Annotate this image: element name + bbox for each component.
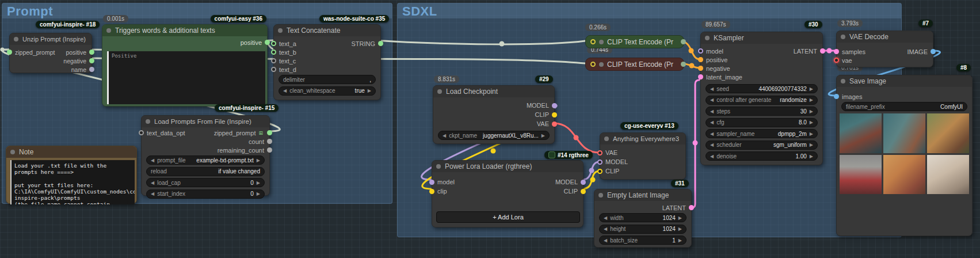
node-vae-decode[interactable]: VAE Decode samples IMAGE vae xyxy=(836,31,933,67)
output-image-thumbnail[interactable] xyxy=(883,113,925,153)
increment-arrow-icon[interactable] xyxy=(678,238,682,243)
node-title-bar[interactable]: Anything Everywhere3 xyxy=(600,133,685,145)
node-note[interactable]: Note Load your .txt file with the prompt… xyxy=(6,146,137,204)
output-image-thumbnail[interactable] xyxy=(927,155,969,195)
widget-seed[interactable]: seed440069200774332 xyxy=(706,84,818,93)
decrement-arrow-icon[interactable] xyxy=(710,97,714,103)
input-latent-image[interactable]: latent_image xyxy=(707,74,742,81)
collapse-toggle-icon[interactable] xyxy=(590,62,596,67)
input-text-b[interactable]: text_b xyxy=(280,49,296,56)
node-title-bar[interactable]: Power Lora Loader (rgthree) xyxy=(432,161,583,172)
output-image[interactable]: IMAGE xyxy=(907,48,927,55)
node-clip-text-encode-negative[interactable]: CLIP Text Encode (Pr xyxy=(585,58,684,71)
increment-arrow-icon[interactable] xyxy=(810,154,813,159)
input-text-data-opt[interactable]: text_data_opt xyxy=(147,130,185,136)
widget-steps[interactable]: steps30 xyxy=(706,107,818,116)
widget-ckpt-name[interactable]: ckpt_namejuggernautXL_v8Ru... xyxy=(438,131,550,140)
output-positive[interactable]: positive xyxy=(241,39,261,46)
node-empty-latent-image[interactable]: Empty Latent Image LATENT width1024 heig… xyxy=(594,189,692,248)
node-load-checkpoint[interactable]: Load Checkpoint MODEL CLIP VAE ckpt_name… xyxy=(433,85,555,144)
output-image-thumbnail[interactable] xyxy=(927,113,969,153)
group-sdxl-header[interactable] xyxy=(398,3,901,18)
node-anything-everywhere3[interactable]: Anything Everywhere3 VAE MODEL CLIP xyxy=(600,132,686,180)
input-model[interactable]: model xyxy=(707,48,723,55)
node-title-bar[interactable]: Note xyxy=(6,146,136,158)
collapse-dot-icon[interactable] xyxy=(598,193,603,198)
widget-denoise[interactable]: denoise1.00 xyxy=(706,151,818,161)
node-triggers-words[interactable]: Triggers words & additional texts positi… xyxy=(102,24,268,107)
input-positive[interactable]: positive xyxy=(707,56,727,63)
node-title-bar[interactable]: Triggers words & additional texts xyxy=(102,25,267,36)
increment-arrow-icon[interactable] xyxy=(810,142,813,147)
widget-width[interactable]: width1024 xyxy=(599,213,687,222)
input-vae[interactable]: VAE xyxy=(606,149,617,156)
decrement-arrow-icon[interactable] xyxy=(151,191,154,196)
collapse-dot-icon[interactable] xyxy=(146,119,150,124)
node-unzip-prompt[interactable]: Unzip Prompt (Inspire) zipped_prompt pos… xyxy=(9,33,92,73)
increment-arrow-icon[interactable] xyxy=(810,120,813,125)
increment-arrow-icon[interactable] xyxy=(257,191,260,196)
note-text[interactable]: Load your .txt file with the prompts her… xyxy=(10,160,135,204)
node-title-bar[interactable]: Empty Latent Image xyxy=(594,189,691,201)
output-image-thumbnail[interactable] xyxy=(883,155,925,195)
collapse-dot-icon[interactable] xyxy=(437,89,442,94)
output-conditioning[interactable] xyxy=(681,39,686,44)
increment-arrow-icon[interactable] xyxy=(257,158,260,163)
output-string[interactable]: STRING xyxy=(351,40,375,47)
decrement-arrow-icon[interactable] xyxy=(151,158,154,163)
input-text-d[interactable]: text_d xyxy=(280,66,296,73)
add-lora-button[interactable]: + Add Lora xyxy=(436,211,580,223)
collapse-toggle-icon[interactable] xyxy=(590,39,596,44)
increment-arrow-icon[interactable] xyxy=(542,133,545,138)
input-vae[interactable]: vae xyxy=(842,57,852,64)
output-image-thumbnail[interactable] xyxy=(840,155,882,195)
increment-arrow-icon[interactable] xyxy=(678,215,682,221)
widget-delimiter[interactable]: delimiter, xyxy=(279,75,376,84)
output-model[interactable]: MODEL xyxy=(527,102,548,109)
input-text-a[interactable]: text_a xyxy=(280,40,296,47)
widget-height[interactable]: height1024 xyxy=(599,225,687,234)
widget-clean-whitespace[interactable]: clean_whitespacetrue xyxy=(279,86,376,96)
node-title-bar[interactable]: Save Image xyxy=(837,75,972,87)
widget-cfg[interactable]: cfg8.0 xyxy=(706,118,818,127)
node-title-bar[interactable]: Load Prompts From File (Inspire) xyxy=(142,116,269,127)
decrement-arrow-icon[interactable] xyxy=(604,238,607,243)
widget-load-cap[interactable]: load_cap0 xyxy=(146,178,265,187)
output-clip[interactable]: CLIP xyxy=(564,188,577,195)
node-title-bar[interactable]: Text Concatenate xyxy=(274,25,380,36)
widget-start-index[interactable]: start_index0 xyxy=(146,189,265,199)
increment-arrow-icon[interactable] xyxy=(810,131,813,136)
widget-batch-size[interactable]: batch_size1 xyxy=(599,236,687,245)
decrement-arrow-icon[interactable] xyxy=(604,226,607,232)
collapse-dot-icon[interactable] xyxy=(599,40,604,44)
output-latent[interactable]: LATENT xyxy=(662,204,685,211)
node-text-concatenate[interactable]: Text Concatenate text_a STRING text_b te… xyxy=(273,24,381,100)
collapse-dot-icon[interactable] xyxy=(705,36,710,40)
input-clip[interactable]: clip xyxy=(438,188,447,195)
node-clip-text-encode-positive[interactable]: CLIP Text Encode (Pr xyxy=(585,35,684,48)
output-zipped-prompt[interactable]: zipped_prompt⊞ xyxy=(214,130,264,136)
input-zipped-prompt[interactable]: zipped_prompt xyxy=(16,49,55,56)
output-latent[interactable]: LATENT xyxy=(794,48,817,55)
decrement-arrow-icon[interactable] xyxy=(710,154,714,159)
node-title-bar[interactable]: Unzip Prompt (Inspire) xyxy=(10,33,91,45)
input-text-c[interactable]: text_c xyxy=(280,58,296,64)
increment-arrow-icon[interactable] xyxy=(810,86,813,92)
output-conditioning[interactable] xyxy=(681,62,686,67)
widget-sampler-name[interactable]: sampler_namedpmpp_2m xyxy=(706,129,818,138)
positive-text-input[interactable]: Positive xyxy=(107,51,265,104)
decrement-arrow-icon[interactable] xyxy=(710,86,714,92)
node-title-bar[interactable]: VAE Decode xyxy=(837,31,933,43)
increment-arrow-icon[interactable] xyxy=(368,88,371,93)
decrement-arrow-icon[interactable] xyxy=(710,142,714,147)
input-images[interactable]: images xyxy=(842,93,862,100)
output-image-thumbnail[interactable] xyxy=(840,113,882,153)
collapse-dot-icon[interactable] xyxy=(841,79,845,84)
node-power-lora-loader[interactable]: Power Lora Loader (rgthree) model MODEL … xyxy=(432,160,584,227)
collapse-dot-icon[interactable] xyxy=(10,150,15,154)
increment-arrow-icon[interactable] xyxy=(678,226,682,232)
decrement-arrow-icon[interactable] xyxy=(710,120,714,125)
widget-scheduler[interactable]: schedulersgm_uniform xyxy=(706,141,818,150)
output-clip[interactable]: CLIP xyxy=(535,111,548,118)
increment-arrow-icon[interactable] xyxy=(257,180,260,185)
